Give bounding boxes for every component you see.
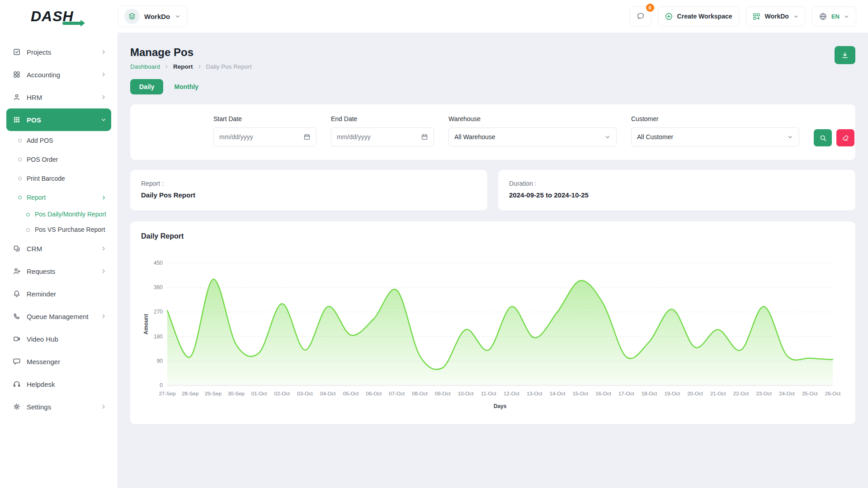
stacked-squares-icon — [13, 244, 21, 253]
svg-text:07-Oct: 07-Oct — [389, 391, 405, 396]
chevron-right-icon — [100, 245, 107, 252]
sidebar-item-label: Video Hub — [27, 335, 58, 343]
svg-text:05-Oct: 05-Oct — [343, 391, 359, 396]
chevron-right-icon — [100, 49, 107, 55]
sidebar-item-requests[interactable]: Requests — [6, 260, 111, 282]
messages-button[interactable]: 0 — [630, 6, 651, 26]
task-square-icon — [13, 48, 21, 56]
svg-text:28-Sep: 28-Sep — [182, 391, 198, 396]
chevron-right-icon — [100, 313, 107, 319]
svg-text:30-Sep: 30-Sep — [228, 391, 245, 396]
svg-text:03-Oct: 03-Oct — [297, 391, 313, 396]
start-date-placeholder: mm/dd/yyyy — [219, 133, 253, 141]
svg-text:450: 450 — [154, 260, 163, 266]
svg-text:Amount: Amount — [143, 314, 149, 334]
bullet-circle-icon — [18, 158, 22, 161]
report-label: Report : — [141, 180, 476, 187]
duration-value: 2024-09-25 to 2024-10-25 — [509, 191, 844, 199]
duration-label: Duration : — [509, 180, 844, 187]
tab-monthly[interactable]: Monthly — [171, 79, 201, 94]
sidebar-item-messenger[interactable]: Messenger — [6, 350, 111, 373]
breadcrumb: Dashboard Report Daily Pos Report — [130, 63, 252, 70]
sidebar-item-crm[interactable]: CRM — [6, 237, 111, 260]
customer-select[interactable]: All Customer — [631, 127, 799, 146]
svg-text:360: 360 — [154, 284, 163, 291]
sidebar-item-settings[interactable]: Settings — [6, 395, 111, 418]
end-date-label: End Date — [331, 115, 434, 122]
sidebar-item-reminder[interactable]: Reminder — [6, 282, 111, 305]
workdo-menu-button[interactable]: WorkDo — [745, 6, 806, 26]
phone-icon — [13, 312, 21, 320]
sidebar-item-helpdesk[interactable]: Helpdesk — [6, 373, 111, 395]
bullet-circle-icon — [18, 139, 22, 142]
duration-summary-card: Duration : 2024-09-25 to 2024-10-25 — [498, 170, 855, 211]
reset-filter-button[interactable] — [836, 129, 854, 146]
sidebar-item-projects[interactable]: Projects — [6, 41, 111, 63]
chevron-right-icon — [100, 94, 107, 100]
start-date-label: Start Date — [213, 115, 316, 122]
start-date-input[interactable]: mm/dd/yyyy — [213, 127, 316, 146]
end-date-input[interactable]: mm/dd/yyyy — [331, 127, 434, 146]
filter-card: Start Date mm/dd/yyyy End Date mm/dd/yyy… — [130, 104, 855, 160]
svg-text:20-Oct: 20-Oct — [687, 391, 703, 396]
report-summary-card: Report : Daily Pos Report — [130, 170, 487, 211]
sidebar-item-video-hub[interactable]: Video Hub — [6, 328, 111, 350]
sidebar-subitem-pos-order[interactable]: POS Order — [6, 150, 111, 169]
workspace-switcher[interactable]: WorkDo — [118, 5, 188, 27]
chevron-right-icon — [100, 404, 107, 410]
app-logo[interactable]: DASH — [0, 8, 118, 25]
sidebar-subitem-add-pos[interactable]: Add POS — [6, 131, 111, 150]
sidebar-subitem-pos-vs-purchase-report[interactable]: Pos VS Purchase Report — [6, 222, 111, 238]
sidebar-subitem-pos-daily-monthly-report[interactable]: Pos Daily/Monthly Report — [6, 207, 111, 222]
sidebar-item-accounting[interactable]: Accounting — [6, 63, 111, 86]
warehouse-selected-value: All Warehouse — [454, 133, 495, 141]
daily-report-card: Daily Report 09018027036045027-Sep28-Sep… — [130, 221, 855, 424]
workdo-menu-label: WorkDo — [765, 13, 789, 20]
end-date-placeholder: mm/dd/yyyy — [337, 133, 371, 141]
bullet-circle-icon — [26, 213, 30, 216]
create-workspace-button[interactable]: Create Workspace — [658, 6, 739, 26]
sidebar-item-queue-management[interactable]: Queue Management — [6, 305, 111, 328]
chevron-right-icon — [100, 268, 107, 274]
sidebar-item-pos[interactable]: POS — [6, 108, 111, 131]
svg-text:19-Oct: 19-Oct — [664, 391, 680, 396]
download-report-button[interactable] — [835, 46, 855, 64]
grid-icon — [13, 116, 21, 124]
start-date-group: Start Date mm/dd/yyyy — [213, 115, 316, 146]
bullet-circle-icon — [26, 228, 30, 232]
chevron-down-icon — [175, 13, 181, 19]
layers-icon — [128, 12, 136, 20]
svg-text:29-Sep: 29-Sep — [205, 391, 222, 396]
calendar-icon — [421, 133, 428, 141]
svg-text:22-Oct: 22-Oct — [733, 391, 749, 396]
svg-text:10-Oct: 10-Oct — [458, 391, 474, 396]
person-plus-icon — [13, 267, 21, 275]
warehouse-select[interactable]: All Warehouse — [448, 127, 617, 146]
main-content: Manage Pos Dashboard Report Daily Pos Re… — [118, 0, 868, 437]
chevron-right-icon — [100, 71, 107, 78]
svg-text:06-Oct: 06-Oct — [366, 391, 382, 396]
page-title: Manage Pos — [130, 46, 252, 59]
svg-text:17-Oct: 17-Oct — [618, 391, 634, 396]
summary-row: Report : Daily Pos Report Duration : 202… — [130, 170, 855, 211]
language-selector[interactable]: EN — [812, 6, 856, 26]
sidebar-subitem-label: Pos VS Purchase Report — [35, 226, 105, 234]
warehouse-label: Warehouse — [448, 115, 617, 122]
customer-selected-value: All Customer — [637, 133, 673, 141]
chat-bubble-icon — [13, 357, 21, 366]
category-grid-icon — [13, 70, 21, 79]
sidebar-item-label: Helpdesk — [27, 380, 55, 388]
breadcrumb-report-link[interactable]: Report — [173, 63, 193, 70]
sidebar-item-hrm[interactable]: HRM — [6, 86, 111, 108]
breadcrumb-dashboard-link[interactable]: Dashboard — [130, 63, 160, 70]
tab-daily[interactable]: Daily — [130, 79, 163, 94]
message-count-badge: 0 — [646, 4, 654, 12]
topbar-actions: 0 Create Workspace WorkDo EN — [630, 6, 856, 26]
bell-icon — [13, 290, 21, 298]
svg-text:09-Oct: 09-Oct — [435, 391, 451, 396]
sidebar-subitem-print-barcode[interactable]: Print Barcode — [6, 169, 111, 188]
download-icon — [841, 51, 849, 59]
svg-text:18-Oct: 18-Oct — [642, 391, 657, 396]
apply-filter-button[interactable] — [814, 129, 832, 146]
sidebar-subitem-report[interactable]: Report — [6, 188, 111, 207]
